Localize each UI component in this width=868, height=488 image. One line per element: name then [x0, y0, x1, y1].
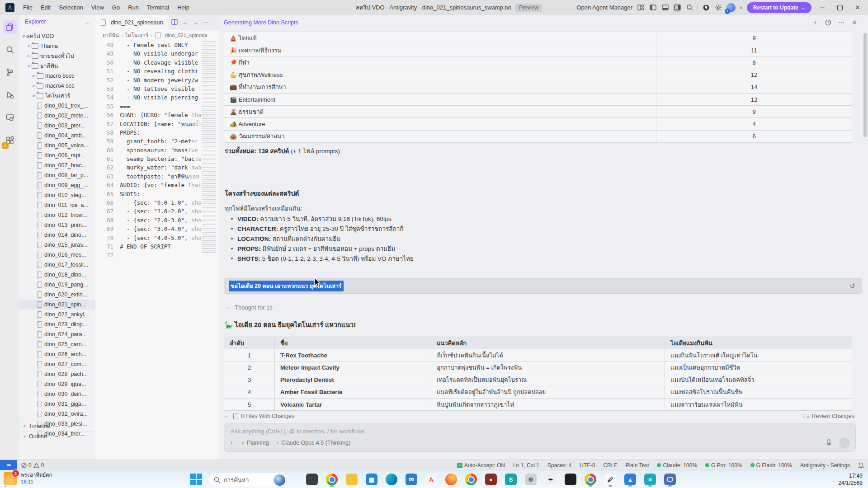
source-control-icon[interactable] [3, 66, 17, 79]
search-icon[interactable] [685, 4, 693, 12]
tree-item-dino-015-juras-[interactable]: dino_015_juras... [19, 240, 95, 250]
settings-icon[interactable]: ⚙ [524, 472, 537, 487]
adobe-icon[interactable]: A [425, 472, 438, 487]
menu-file[interactable]: File [19, 4, 37, 11]
status-item-crlf[interactable]: CRLF [599, 462, 621, 469]
file-explorer-icon[interactable] [345, 472, 358, 487]
tree-item-dino-032-ovira-[interactable]: dino_032_ovira... [19, 409, 95, 419]
problems-indicator[interactable]: 0 0 [17, 462, 48, 469]
tree-item-dino-016-mos-[interactable]: dino_016_mos... [19, 250, 95, 260]
chrome-profile-icon[interactable] [584, 472, 597, 487]
ink-pen-icon[interactable]: ✒ [544, 472, 557, 487]
notifications-bell-icon[interactable] [854, 462, 868, 469]
revert-message-icon[interactable]: ↺ [849, 282, 855, 290]
open-agent-manager-button[interactable]: Open Agent Manager [576, 4, 632, 11]
chrome-icon[interactable] [326, 472, 338, 487]
timeline-section[interactable]: >Timeline [19, 421, 95, 431]
maximize-button[interactable] [833, 2, 847, 14]
menu-help[interactable]: Help [173, 4, 193, 11]
status-item-g-pro[interactable]: G Pro: 100% [701, 462, 746, 469]
toggle-left-panel-icon[interactable] [649, 4, 657, 12]
tree-item-dino-012-tricer-[interactable]: dino_012_tricer... [19, 210, 95, 220]
tree-item-dino-008-tar-p-[interactable]: dino_008_tar_p... [19, 170, 95, 180]
terminal-icon[interactable] [564, 472, 577, 487]
status-item-antigravity-settings[interactable]: Antigravity - Settings [796, 462, 854, 469]
photos-icon[interactable] [465, 472, 477, 487]
laptop-icon[interactable] [306, 472, 318, 487]
chevron-down-icon[interactable]: ∨ [740, 5, 743, 10]
my-computer-icon[interactable]: 🖵 [664, 472, 676, 487]
record-app-icon[interactable]: ● [485, 472, 497, 487]
tree-item-thama[interactable]: >Thama [19, 41, 95, 51]
edge-icon[interactable] [385, 472, 398, 487]
menu-selection[interactable]: Selection [55, 4, 87, 11]
status-item-g-flash[interactable]: G Flash: 100% [746, 462, 796, 469]
tree-item-dino-031-giga-[interactable]: dino_031_giga... [19, 399, 95, 409]
widgets-weather-button[interactable]: 2 ⌄ พระอาทิตย์ตก 18:11 [4, 472, 52, 485]
tree-item-dino-017-fossil-[interactable]: dino_017_fossil... [19, 260, 95, 270]
remote-indicator[interactable]: >< [0, 460, 17, 470]
tree-item-dino-005-volca-[interactable]: dino_005_volca... [19, 141, 95, 150]
review-changes-button[interactable]: ⋮≡ Review Changes [801, 413, 854, 419]
menu-run[interactable]: Run [124, 4, 143, 11]
restart-to-update-button[interactable]: Restart to Update → [747, 2, 811, 13]
tree-item-dino-028-pach-[interactable]: dino_028_pach... [19, 369, 95, 379]
explorer-files-icon[interactable] [3, 20, 17, 34]
tree-item-dino-021-spin-[interactable]: dino_021_spin... [19, 300, 95, 310]
tree-item-ยาสีฟัน[interactable]: ∨ยาสีฟัน [19, 61, 95, 71]
tree-item-dino-002-mete-[interactable]: dino_002_mete... [19, 111, 95, 121]
new-chat-icon[interactable]: ＋ [811, 19, 819, 26]
navigate-forward-icon[interactable]: → [190, 19, 201, 26]
tree-item-ขายของทั่วไป[interactable]: >ขายของทั่วไป [19, 51, 95, 61]
tree-item-dino-019-pang-[interactable]: dino_019_pang... [19, 280, 95, 290]
tree-item-dino-007-brac-[interactable]: dino_007_brac... [19, 160, 95, 170]
status-item-ln-1-col-1[interactable]: Ln 1, Col 1 [509, 462, 543, 469]
tree-item-dino-013-prim-[interactable]: dino_013_prim... [19, 220, 95, 230]
panel-scrollbar[interactable] [863, 33, 867, 137]
tree-item-dino-004-amb-[interactable]: dino_004_amb... [19, 131, 95, 141]
tree-item-dino-001-trex-[interactable]: dino_001_trex_... [19, 101, 95, 111]
breadcrumb[interactable]: ยาสีฟัน› ไดโนเสาร์› dino_021_spinosa [95, 30, 219, 40]
menu-edit[interactable]: Edit [37, 4, 55, 11]
run-debug-icon[interactable] [3, 88, 17, 102]
antigravity-icon[interactable]: ▲ [624, 472, 637, 487]
tree-item-macro-5sec[interactable]: >macro 5sec [19, 71, 95, 81]
user-avatar[interactable]: 1 [726, 3, 736, 12]
thought-toggle[interactable]: › Thought for 1s [226, 304, 273, 311]
tree-item-dino-030-dein-[interactable]: dino_030_dein... [19, 389, 95, 399]
model-selector[interactable]: ∧Claude Opus 4.5 (Thinking) [276, 440, 350, 446]
search-sidebar-icon[interactable] [3, 43, 17, 56]
tree-item-dino-023-dilop-[interactable]: dino_023_dilop... [19, 319, 95, 329]
tree-item-dino-014-dino-[interactable]: dino_014_dino... [19, 230, 95, 240]
tree-item-dino-026-arch-[interactable]: dino_026_arch... [19, 349, 95, 359]
skype-icon[interactable]: S [505, 472, 517, 487]
mode-selector[interactable]: ∧Planning [242, 440, 269, 446]
tree-item-dino-006-rapt-[interactable]: dino_006_rapt... [19, 150, 95, 160]
status-item-plain-text[interactable]: Plain Text [622, 462, 653, 469]
minimize-button[interactable]: ─ [816, 2, 829, 14]
tree-item-dino-029-igua-[interactable]: dino_029_igua... [19, 379, 95, 389]
agent-manager-grid-icon[interactable] [637, 4, 645, 12]
tree-item-dino-003-pter-[interactable]: dino_003_pter... [19, 121, 95, 131]
remote-explorer-icon[interactable] [3, 111, 17, 124]
tree-item-ไดโนเสาร์[interactable]: ∨ไดโนเสาร์ [19, 91, 95, 101]
code-editor[interactable]: 48 - Female cast ONLY49 - NO visible und… [95, 41, 219, 460]
tree-item-macro4-sec[interactable]: >macro4 sec [19, 81, 95, 91]
editor-more-actions-icon[interactable]: ⋯ [201, 19, 211, 26]
gear-icon[interactable] [714, 4, 722, 12]
close-button[interactable]: ✕ [851, 2, 864, 14]
tab-dino-021-spinosaurus[interactable]: dino_021_spinosauru [95, 15, 169, 30]
send-button[interactable] [839, 437, 850, 448]
firefox-icon[interactable] [445, 472, 458, 487]
status-item-claude[interactable]: Claude: 100% [653, 462, 701, 469]
tree-item-dino-027-com-[interactable]: dino_027_com... [19, 359, 95, 369]
quill-app-icon[interactable]: 🖋 [604, 472, 617, 487]
extensions-icon[interactable]: ⚠ [3, 133, 17, 147]
outline-section[interactable]: >Outline [19, 431, 95, 441]
toggle-bottom-panel-icon[interactable] [661, 4, 669, 12]
tree-item-dino-011-ice-a-[interactable]: dino_011_ice_a... [19, 200, 95, 210]
tree-item-dino-024-para-[interactable]: dino_024_para... [19, 329, 95, 339]
explorer-more-icon[interactable]: ... [85, 19, 91, 25]
tree-item-dino-018-dino-[interactable]: dino_018_dino... [19, 270, 95, 280]
microphone-icon[interactable] [826, 439, 832, 446]
